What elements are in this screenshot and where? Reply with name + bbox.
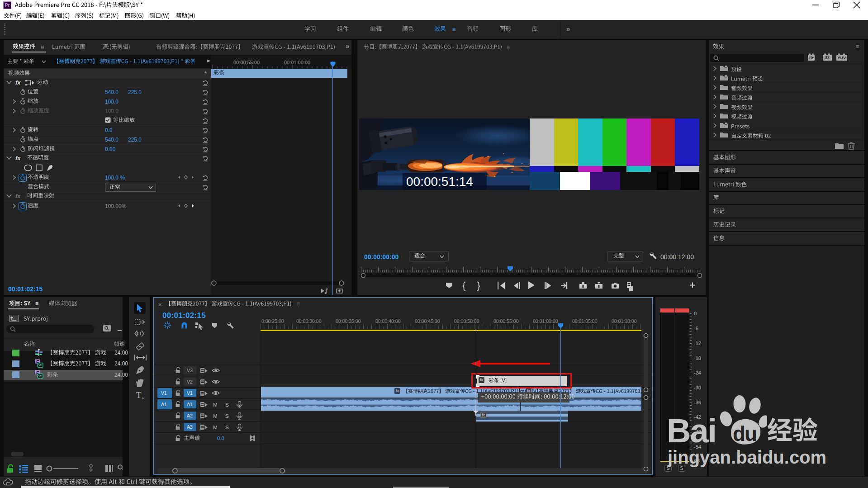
svg-text:S: S xyxy=(225,413,229,419)
svg-text:M: M xyxy=(213,413,218,419)
svg-text:du: du xyxy=(733,422,756,445)
svg-text:M: M xyxy=(213,402,218,407)
svg-text:V1: V1 xyxy=(161,390,167,396)
svg-text:A1: A1 xyxy=(161,402,167,407)
svg-text:YUV: YUV xyxy=(838,56,846,60)
svg-text:A2: A2 xyxy=(187,413,193,418)
svg-text:S: S xyxy=(225,425,229,430)
svg-text:V3: V3 xyxy=(187,368,193,373)
svg-text:S: S xyxy=(225,402,229,407)
svg-text:V2: V2 xyxy=(187,379,193,384)
svg-text:32: 32 xyxy=(825,55,830,60)
svg-text:T: T xyxy=(136,391,142,400)
svg-text:M: M xyxy=(213,425,218,430)
svg-text:A3: A3 xyxy=(187,424,193,430)
svg-text:A1: A1 xyxy=(187,402,193,407)
svg-text:V1: V1 xyxy=(187,390,193,396)
